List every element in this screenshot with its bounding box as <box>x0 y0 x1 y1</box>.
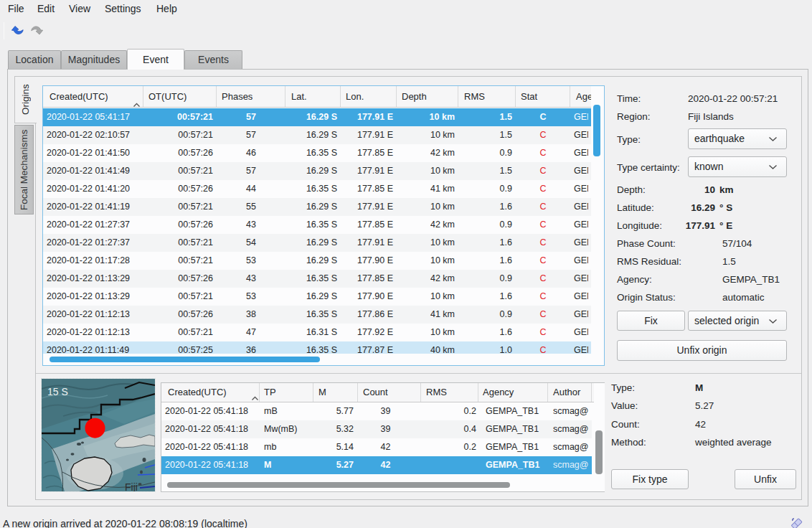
svg-text:Fiji: Fiji <box>125 481 138 491</box>
svg-text:15 S: 15 S <box>47 386 68 397</box>
